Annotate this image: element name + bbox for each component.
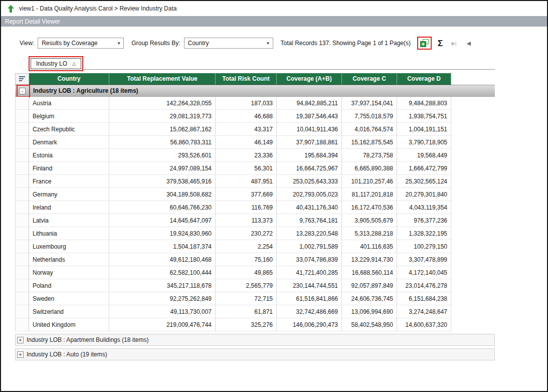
- value-cell[interactable]: 1,002,791,589: [277, 240, 342, 253]
- value-cell[interactable]: 1,666,472,799: [397, 162, 451, 175]
- value-cell[interactable]: 92,275,262,849: [109, 292, 216, 305]
- table-row[interactable]: Netherlands49,612,180,46875,16033,074,78…: [15, 253, 495, 266]
- value-cell[interactable]: 49,113,730,007: [109, 305, 216, 318]
- value-cell[interactable]: 10,041,911,436: [277, 123, 342, 136]
- table-row[interactable]: Poland345,217,118,6782,565,779230,144,74…: [15, 279, 495, 292]
- value-cell[interactable]: 41,721,400,285: [277, 266, 342, 279]
- group-by-select[interactable]: Country ▼: [184, 38, 273, 49]
- collapse-group-icon[interactable]: -: [19, 88, 26, 94]
- value-cell[interactable]: 46,149: [216, 136, 277, 149]
- value-cell[interactable]: 146,006,290,473: [277, 318, 342, 331]
- table-row[interactable]: Latvia14,645,647,097113,3739,763,764,181…: [15, 214, 495, 227]
- country-cell[interactable]: Denmark: [29, 136, 109, 149]
- value-cell[interactable]: 62,582,100,444: [109, 266, 216, 279]
- next-page-button[interactable]: ▶|: [451, 40, 456, 47]
- country-cell[interactable]: Luxembourg: [29, 240, 109, 253]
- country-cell[interactable]: Poland: [29, 279, 109, 292]
- column-header-total-replacement-value[interactable]: Total Replacement Value: [109, 73, 216, 85]
- country-cell[interactable]: Belgium: [29, 110, 109, 123]
- value-cell[interactable]: 61,871: [216, 305, 277, 318]
- export-button[interactable]: [420, 39, 429, 47]
- value-cell[interactable]: 4,016,764,574: [342, 123, 397, 136]
- table-row[interactable]: Germany304,189,508,682377,669202,793,005…: [15, 188, 495, 201]
- country-cell[interactable]: Estonia: [29, 149, 109, 162]
- value-cell[interactable]: 202,793,005,023: [277, 188, 342, 201]
- value-cell[interactable]: 187,033: [216, 97, 277, 110]
- summary-sigma-button[interactable]: Σ: [438, 39, 443, 48]
- value-cell[interactable]: 16,688,560,114: [342, 266, 397, 279]
- value-cell[interactable]: 24,997,089,154: [109, 162, 216, 175]
- value-cell[interactable]: 13,096,994,690: [342, 305, 397, 318]
- value-cell[interactable]: 116,769: [216, 201, 277, 214]
- country-cell[interactable]: Sweden: [29, 292, 109, 305]
- country-cell[interactable]: Lithuania: [29, 227, 109, 240]
- prev-page-button[interactable]: ◀: [467, 40, 471, 47]
- value-cell[interactable]: 9,763,764,181: [277, 214, 342, 227]
- value-cell[interactable]: 345,217,118,678: [109, 279, 216, 292]
- country-cell[interactable]: France: [29, 175, 109, 188]
- value-cell[interactable]: 230,144,744,551: [277, 279, 342, 292]
- value-cell[interactable]: 401,116,635: [342, 240, 397, 253]
- value-cell[interactable]: 37,907,188,861: [277, 136, 342, 149]
- value-cell[interactable]: 78,273,758: [342, 149, 397, 162]
- value-cell[interactable]: 9,484,288,803: [397, 97, 451, 110]
- value-cell[interactable]: 49,865: [216, 266, 277, 279]
- value-cell[interactable]: 6,665,890,388: [342, 162, 397, 175]
- value-cell[interactable]: 56,301: [216, 162, 277, 175]
- column-header-total-risk-count[interactable]: Total Risk Count: [216, 73, 277, 85]
- value-cell[interactable]: 976,377,236: [397, 214, 451, 227]
- table-row[interactable]: United Kingdom219,009,476,744325,276146,…: [15, 318, 495, 331]
- value-cell[interactable]: 94,842,885,211: [277, 97, 342, 110]
- country-cell[interactable]: Norway: [29, 266, 109, 279]
- value-cell[interactable]: 3,307,478,899: [397, 253, 451, 266]
- group-row[interactable]: -Industry LOB : Agriculture (18 items): [15, 85, 495, 97]
- value-cell[interactable]: 19,924,830,960: [109, 227, 216, 240]
- column-header-coverage-a-b[interactable]: Coverage (A+B): [277, 73, 342, 85]
- group-row[interactable]: +Industry LOB : Apartment Buildings (18 …: [15, 334, 495, 346]
- value-cell[interactable]: 14,645,647,097: [109, 214, 216, 227]
- value-cell[interactable]: 1,504,187,374: [109, 240, 216, 253]
- value-cell[interactable]: 304,189,508,682: [109, 188, 216, 201]
- value-cell[interactable]: 75,160: [216, 253, 277, 266]
- value-cell[interactable]: 1,004,191,151: [397, 123, 451, 136]
- view-select[interactable]: Results by Coverage ▼: [38, 38, 124, 49]
- value-cell[interactable]: 15,062,867,162: [109, 123, 216, 136]
- value-cell[interactable]: 29,081,319,773: [109, 110, 216, 123]
- table-row[interactable]: France379,538,465,916487,951253,025,643,…: [15, 175, 495, 188]
- value-cell[interactable]: 293,526,601: [109, 149, 216, 162]
- value-cell[interactable]: 43,317: [216, 123, 277, 136]
- country-cell[interactable]: Switzerland: [29, 305, 109, 318]
- country-cell[interactable]: United Kingdom: [29, 318, 109, 331]
- country-cell[interactable]: Germany: [29, 188, 109, 201]
- table-row[interactable]: Sweden92,275,262,84972,71561,516,841,866…: [15, 292, 495, 305]
- value-cell[interactable]: 19,387,546,443: [277, 110, 342, 123]
- group-field-chip[interactable]: Industry LO △: [31, 58, 81, 69]
- country-cell[interactable]: Austria: [29, 97, 109, 110]
- value-cell[interactable]: 19,568,449: [397, 149, 451, 162]
- value-cell[interactable]: 2,254: [216, 240, 277, 253]
- value-cell[interactable]: 23,014,476,278: [397, 279, 451, 292]
- value-cell[interactable]: 61,516,841,866: [277, 292, 342, 305]
- value-cell[interactable]: 101,210,257,46: [342, 175, 397, 188]
- value-cell[interactable]: 4,172,140,045: [397, 266, 451, 279]
- value-cell[interactable]: 3,790,718,905: [397, 136, 451, 149]
- value-cell[interactable]: 20,279,301,840: [397, 188, 451, 201]
- value-cell[interactable]: 113,373: [216, 214, 277, 227]
- value-cell[interactable]: 100,279,150: [397, 240, 451, 253]
- value-cell[interactable]: 6,151,684,238: [397, 292, 451, 305]
- group-row[interactable]: +Industry LOB : Auto (19 items): [15, 348, 495, 360]
- value-cell[interactable]: 16,664,725,967: [277, 162, 342, 175]
- value-cell[interactable]: 7,755,018,579: [342, 110, 397, 123]
- value-cell[interactable]: 3,905,505,679: [342, 214, 397, 227]
- value-cell[interactable]: 4,043,119,354: [397, 201, 451, 214]
- value-cell[interactable]: 37,937,154,041: [342, 97, 397, 110]
- value-cell[interactable]: 24,606,736,745: [342, 292, 397, 305]
- table-row[interactable]: Belgium29,081,319,77346,68819,387,546,44…: [15, 110, 495, 123]
- table-row[interactable]: Ireland60,646,766,230116,76940,431,176,3…: [15, 201, 495, 214]
- country-cell[interactable]: Ireland: [29, 201, 109, 214]
- country-cell[interactable]: Netherlands: [29, 253, 109, 266]
- value-cell[interactable]: 46,688: [216, 110, 277, 123]
- value-cell[interactable]: 33,074,786,839: [277, 253, 342, 266]
- country-cell[interactable]: Finland: [29, 162, 109, 175]
- value-cell[interactable]: 253,025,643,333: [277, 175, 342, 188]
